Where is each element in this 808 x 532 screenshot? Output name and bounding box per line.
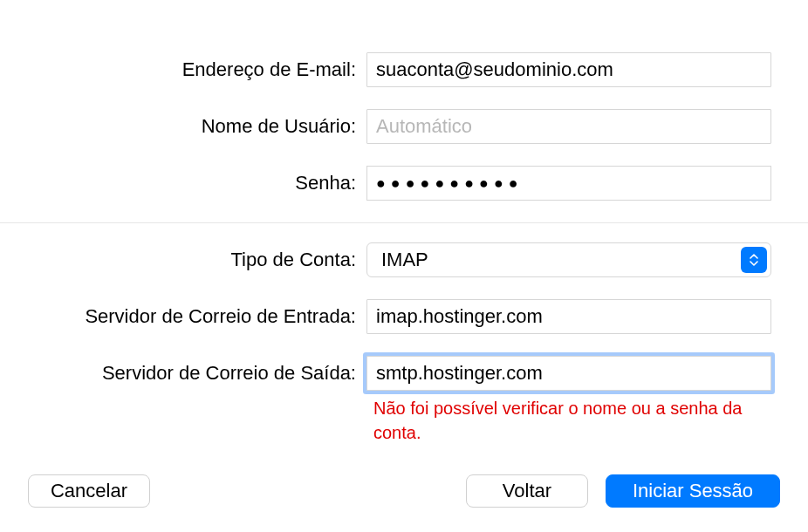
outgoing-server-label: Servidor de Correio de Saída:: [0, 362, 366, 385]
back-button[interactable]: Voltar: [466, 474, 588, 508]
username-input[interactable]: [366, 109, 771, 144]
account-type-select[interactable]: IMAP: [366, 242, 771, 277]
select-chevron-icon: [741, 247, 767, 273]
password-input[interactable]: ●●●●●●●●●●: [366, 166, 771, 201]
incoming-server-label: Servidor de Correio de Entrada:: [0, 305, 366, 328]
username-label: Nome de Usuário:: [0, 115, 366, 138]
incoming-server-input[interactable]: [366, 299, 771, 334]
outgoing-server-input[interactable]: [366, 356, 771, 391]
email-label: Endereço de E-mail:: [0, 58, 366, 81]
email-input[interactable]: [366, 52, 771, 87]
cancel-button[interactable]: Cancelar: [28, 474, 150, 508]
section-divider: [0, 222, 808, 223]
account-type-label: Tipo de Conta:: [0, 249, 366, 271]
password-label: Senha:: [0, 172, 366, 194]
signin-button[interactable]: Iniciar Sessão: [606, 474, 780, 508]
account-type-value: IMAP: [381, 249, 428, 271]
error-message: Não foi possível verificar o nome ou a s…: [373, 396, 775, 445]
